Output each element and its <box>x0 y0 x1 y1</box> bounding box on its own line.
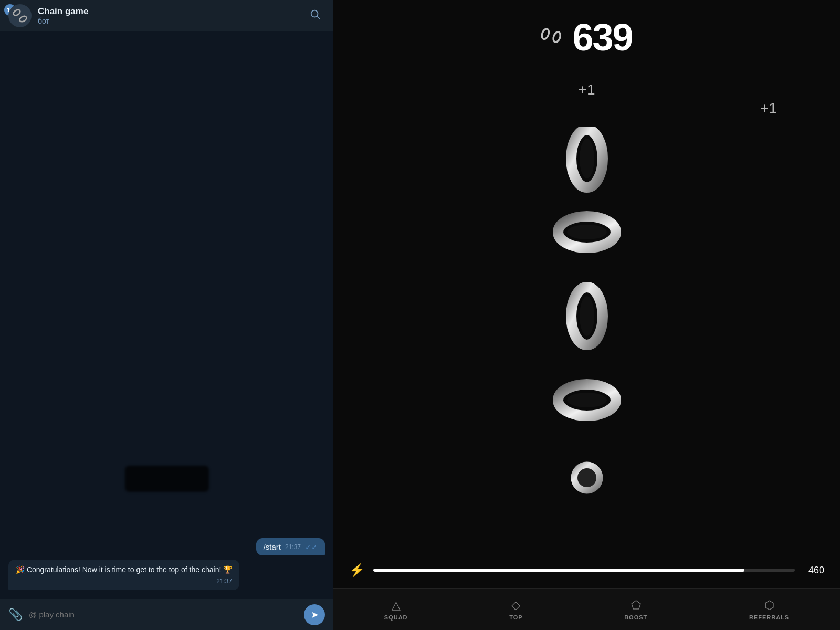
send-button[interactable]: ➤ <box>304 604 325 625</box>
svg-point-7 <box>580 139 594 178</box>
received-text: 🎉 Congratulations! Now it is time to get… <box>16 565 232 575</box>
sent-time: 21:37 <box>285 543 301 551</box>
referrals-label: REFERRALS <box>749 614 789 621</box>
score-number: 639 <box>572 16 632 59</box>
chat-body: /start 21:37 ✓✓ 🎉 Congratulations! Now i… <box>0 32 333 598</box>
chain-svg <box>540 127 634 495</box>
energy-icon: ⚡ <box>349 563 365 578</box>
read-tick: ✓✓ <box>305 543 318 551</box>
chat-input-area: 📎 ➤ <box>0 598 333 630</box>
energy-fill <box>373 569 744 572</box>
svg-line-3 <box>317 16 320 19</box>
message-received: 🎉 Congratulations! Now it is time to get… <box>8 560 239 590</box>
game-panel[interactable]: 639 +1 +1 <box>333 0 840 630</box>
chat-messages: /start 21:37 ✓✓ 🎉 Congratulations! Now i… <box>0 457 333 598</box>
score-display: 639 <box>541 0 632 59</box>
squad-icon: △ <box>392 598 401 612</box>
referrals-icon: ⬡ <box>764 598 774 612</box>
svg-point-5 <box>552 31 562 43</box>
energy-bar <box>373 569 795 572</box>
nav-top[interactable]: ◇ TOP <box>509 598 522 621</box>
boost-icon: ⬠ <box>631 598 641 612</box>
chat-title: Chain game <box>38 6 299 17</box>
svg-point-1 <box>19 15 28 23</box>
svg-point-9 <box>567 225 607 239</box>
chat-input[interactable] <box>29 610 298 619</box>
avatar <box>8 4 32 27</box>
svg-point-13 <box>567 393 607 407</box>
avatar-wrapper <box>8 4 32 27</box>
chat-info: Chain game бот <box>38 6 299 25</box>
energy-count: 460 <box>803 565 824 576</box>
top-label: TOP <box>509 614 522 621</box>
nav-squad[interactable]: △ SQUAD <box>384 598 408 621</box>
bottom-nav: △ SQUAD ◇ TOP ⬠ BOOST ⬡ REFERRALS <box>333 588 840 630</box>
nav-boost[interactable]: ⬠ BOOST <box>624 598 647 621</box>
chat-header: 17 Chain game бот <box>0 0 333 32</box>
message-sent: /start 21:37 ✓✓ <box>256 538 325 555</box>
top-icon: ◇ <box>511 598 520 612</box>
squad-label: SQUAD <box>384 614 408 621</box>
svg-point-0 <box>13 8 22 16</box>
chat-subtitle: бот <box>38 17 299 25</box>
chain-container[interactable] <box>333 59 840 563</box>
boost-label: BOOST <box>624 614 647 621</box>
blurred-content <box>125 466 209 492</box>
nav-referrals[interactable]: ⬡ REFERRALS <box>749 598 789 621</box>
search-button[interactable] <box>305 4 325 27</box>
energy-bar-container: ⚡ 460 <box>333 563 840 578</box>
svg-point-4 <box>541 28 550 40</box>
svg-point-15 <box>578 468 596 487</box>
chain-icon-small <box>536 19 570 55</box>
attach-icon[interactable]: 📎 <box>8 608 23 622</box>
received-time: 21:37 <box>216 578 232 585</box>
svg-point-2 <box>311 10 318 17</box>
svg-point-11 <box>580 296 594 336</box>
chat-panel: 17 Chain game бот /start <box>0 0 333 630</box>
sent-text: /start <box>264 542 281 551</box>
